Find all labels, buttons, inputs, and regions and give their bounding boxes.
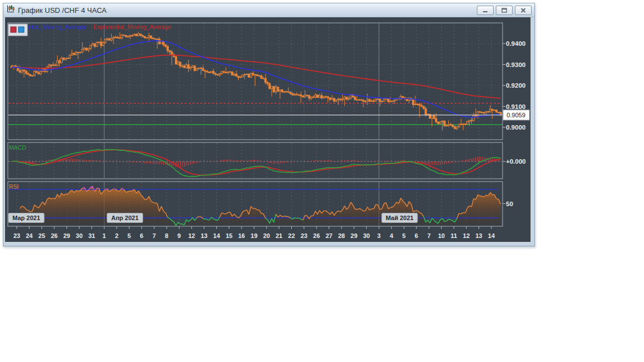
candlestick-chart-icon	[6, 5, 15, 16]
price-axis-label: 0.9200	[506, 82, 525, 89]
month-box-label: Апр 2021	[111, 215, 139, 221]
time-axis-label: 25	[39, 232, 45, 239]
time-axis-label: 27	[325, 232, 332, 239]
chart-canvas[interactable]: Exponential_Moving_AverageExponential_Mo…	[5, 17, 531, 242]
time-axis-label: 30	[363, 232, 370, 239]
macd-label: MACD	[9, 144, 26, 151]
time-axis-label: 29	[63, 232, 70, 239]
time-axis-label: 5	[402, 232, 405, 239]
chart-client-area: Exponential_Moving_AverageExponential_Mo…	[5, 17, 531, 242]
time-axis-label: 24	[26, 232, 33, 239]
time-axis-label: 11	[451, 232, 457, 239]
macd-label-group: MACD	[9, 144, 26, 151]
red-chip-button[interactable]	[11, 27, 16, 32]
current-price-box: 0.9059	[503, 110, 529, 120]
time-axis-label: 23	[13, 232, 20, 239]
time-axis-label: 12	[188, 232, 195, 239]
time-axis-label: 23	[301, 232, 307, 239]
time-axis-label: 10	[438, 232, 444, 239]
time-axis-label: 20	[263, 232, 270, 239]
rsi-label: RSI	[9, 183, 19, 190]
time-axis-label: 31	[88, 232, 95, 239]
time-axis-label: 7	[153, 232, 156, 239]
time-axis-label: 21	[276, 232, 282, 239]
time-axis-label: 3	[377, 232, 381, 239]
time-axis-label: 28	[338, 232, 345, 239]
time-axis-label: 7	[427, 232, 430, 239]
restore-button[interactable]	[496, 6, 513, 15]
time-axis-label: 14	[488, 232, 495, 239]
time-axis-label: 14	[213, 232, 220, 239]
time-axis-label: 30	[76, 232, 83, 239]
chart-window: График USD /CHF 4 ЧАСА Exponential_Movin…	[3, 3, 535, 246]
time-axis-label: 6	[415, 232, 418, 239]
time-axis-label: 26	[51, 232, 58, 239]
month-box-label: Мар 2021	[12, 215, 40, 221]
time-axis-label: 19	[250, 232, 257, 239]
legend-label-ema-slow: Exponential_Moving_Average	[93, 23, 171, 30]
price-axis-label: 0.9300	[506, 61, 525, 68]
time-axis-label: 4	[390, 232, 394, 239]
close-button[interactable]	[515, 6, 532, 15]
time-axis-label: 26	[313, 232, 320, 239]
time-axis-label: 16	[238, 232, 245, 239]
time-axis-label: 5	[127, 232, 131, 239]
time-axis-label: 15	[226, 232, 233, 239]
time-axis-label: 12	[463, 232, 470, 239]
time-axis-label: 13	[201, 232, 207, 239]
rsi-label-group: RSI	[9, 183, 19, 190]
time-axis-label: 8	[165, 232, 168, 239]
window-title: График USD /CHF 4 ЧАСА	[18, 6, 107, 15]
time-axis-label: 1	[102, 232, 106, 239]
price-axis-label: 0.9100	[506, 103, 525, 110]
price-axis-label: 0.9000	[506, 124, 525, 131]
month-box-label: Май 2021	[386, 215, 414, 221]
time-axis-label: 22	[288, 232, 295, 239]
time-axis-label: 9	[177, 232, 181, 239]
current-price-label: 0.9059	[506, 112, 525, 118]
desktop: График USD /CHF 4 ЧАСА Exponential_Movin…	[0, 0, 644, 362]
minimize-button[interactable]	[477, 6, 494, 15]
price-axis-label: 0.9400	[506, 40, 525, 47]
window-titlebar[interactable]: График USD /CHF 4 ЧАСА	[3, 3, 534, 17]
time-axis-label: 6	[140, 232, 143, 239]
time-axis-label: 2	[115, 232, 119, 239]
time-axis-label: 29	[351, 232, 357, 239]
blue-chip-button[interactable]	[18, 27, 24, 32]
rsi-mid-label: 50	[506, 201, 513, 207]
macd-zero-label: +0.000	[506, 158, 526, 165]
window-controls	[477, 6, 532, 15]
time-axis-label: 13	[475, 232, 482, 239]
